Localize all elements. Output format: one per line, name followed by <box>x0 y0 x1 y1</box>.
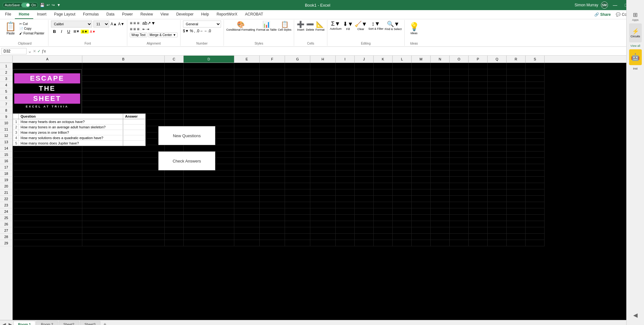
wrap-text-button[interactable]: Wrap Text <box>130 33 147 37</box>
question-text-4[interactable]: How many solutions does a quadratic equa… <box>19 135 123 140</box>
col-header-f[interactable]: F <box>260 56 285 63</box>
cell-reference-input[interactable] <box>1 48 27 54</box>
save-icon[interactable]: 💾 <box>40 3 45 7</box>
sheet-tab-room1[interactable]: Room 1 <box>13 321 35 325</box>
col-header-n[interactable]: N <box>431 56 450 63</box>
bold-button[interactable]: B <box>51 28 58 34</box>
minimize-button[interactable]: — <box>610 2 620 8</box>
autosave-toggle[interactable]: AutoSave On <box>3 2 38 8</box>
align-top-button[interactable]: ≡ <box>130 21 132 26</box>
accounting-button[interactable]: $▼ <box>183 29 189 33</box>
font-size-select[interactable]: 11 <box>93 21 109 28</box>
answer-cell-5[interactable] <box>123 141 145 146</box>
align-middle-button[interactable]: ≡ <box>133 21 136 26</box>
tab-file[interactable]: File <box>1 10 15 19</box>
insert-button[interactable]: ➕ Insert <box>297 21 305 31</box>
view-all-button[interactable]: View all <box>630 44 640 47</box>
borders-button[interactable]: ⊞▼ <box>73 29 80 34</box>
format-button[interactable]: 📐 Format <box>315 21 325 31</box>
orientation-button[interactable]: ab↗▼ <box>142 21 155 26</box>
formula-input[interactable] <box>47 49 638 53</box>
col-header-b[interactable]: B <box>82 56 165 63</box>
share-button[interactable]: 🔗Share <box>592 12 613 17</box>
increase-decimal-button[interactable]: .0→ <box>196 29 203 33</box>
conditional-formatting-button[interactable]: 🎨 Conditional Formatting <box>226 21 255 31</box>
paste-button[interactable]: 📋 Paste <box>4 21 17 36</box>
col-header-m[interactable]: M <box>412 56 431 63</box>
expand-formula-icon[interactable]: ⌄ <box>28 49 32 54</box>
sheet-tab-sheet2[interactable]: Sheet2 <box>59 321 79 325</box>
undo-icon[interactable]: ↩ <box>47 3 50 7</box>
increase-font-size-button[interactable]: A▲ <box>110 22 117 26</box>
scroll-sheets-left[interactable]: ◀ <box>1 322 7 325</box>
italic-button[interactable]: I <box>59 28 64 34</box>
col-header-g[interactable]: G <box>285 56 310 63</box>
col-header-i[interactable]: I <box>336 56 355 63</box>
answer-cell-3[interactable] <box>123 130 145 135</box>
format-as-table-button[interactable]: 📊 Format as Table <box>256 21 276 31</box>
user-avatar[interactable]: SM <box>601 2 608 9</box>
answer-cell-1[interactable] <box>123 119 145 124</box>
add-sheet-button[interactable]: + <box>101 321 109 325</box>
tab-power[interactable]: Power <box>118 10 136 19</box>
percent-button[interactable]: % <box>190 29 193 33</box>
tab-insert[interactable]: Insert <box>33 10 50 19</box>
question-text-1[interactable]: How many hearts does an octopus have? <box>19 119 123 124</box>
collapse-sidebar-button[interactable]: ◀ <box>633 312 638 319</box>
tab-data[interactable]: Data <box>103 10 118 19</box>
tab-page-layout[interactable]: Page Layout <box>50 10 79 19</box>
font-color-button[interactable]: A▼ <box>90 30 96 34</box>
circuits-panel-item[interactable]: ⚡ Circuits <box>629 23 642 42</box>
autosum-button[interactable]: Σ▼ AutoSum <box>330 21 342 30</box>
col-header-p[interactable]: P <box>469 56 488 63</box>
increase-indent-button[interactable]: ⇥ <box>146 27 149 31</box>
sheet-tab-room2[interactable]: Room 2 <box>36 321 58 325</box>
insert-function-icon[interactable]: ƒx <box>42 49 46 53</box>
tab-developer[interactable]: Developer <box>173 10 198 19</box>
tab-review[interactable]: Review <box>136 10 156 19</box>
tab-acrobat[interactable]: ACROBAT <box>241 10 267 19</box>
question-text-2[interactable]: How many bones in an average adult human… <box>19 125 123 130</box>
check-answers-button[interactable]: Check Answers <box>158 151 215 170</box>
clear-button[interactable]: 🧹▼ Clear <box>355 21 367 31</box>
col-header-s[interactable]: S <box>526 56 545 63</box>
fill-color-button[interactable]: A▼ <box>81 30 88 34</box>
underline-button[interactable]: U <box>65 28 72 34</box>
new-questions-button[interactable]: New Questions <box>158 126 215 145</box>
copy-button[interactable]: 📄Copy <box>18 27 46 31</box>
sheet-tab-sheet3[interactable]: Sheet3 <box>80 321 100 325</box>
answer-cell-4[interactable] <box>123 135 145 140</box>
sort-filter-button[interactable]: ↕▼ Sort & Filter <box>369 21 384 30</box>
align-left-button[interactable]: ≡ <box>130 27 132 32</box>
col-header-l[interactable]: L <box>393 56 412 63</box>
merge-center-button[interactable]: Merge & Center ▼ <box>148 33 178 37</box>
col-header-o[interactable]: O <box>450 56 469 63</box>
number-format-select[interactable]: General <box>183 21 221 28</box>
col-header-k[interactable]: K <box>374 56 393 63</box>
col-header-e[interactable]: E <box>234 56 260 63</box>
grid-area[interactable]: 1 2 3 4 5 6 7 8 9 10 11 12 13 14 15 16 1… <box>0 63 644 320</box>
col-header-a[interactable]: A <box>13 56 82 63</box>
col-header-j[interactable]: J <box>355 56 374 63</box>
tab-formulas[interactable]: Formulas <box>79 10 103 19</box>
find-select-button[interactable]: 🔍▼ Find & Select <box>385 21 402 31</box>
decrease-font-size-button[interactable]: A▼ <box>118 22 124 26</box>
font-family-select[interactable]: Calibri <box>51 21 92 28</box>
cut-button[interactable]: ✂Cut <box>18 22 46 26</box>
redo-icon[interactable]: ↪ <box>52 3 55 7</box>
col-header-c[interactable]: C <box>165 56 184 63</box>
question-text-5[interactable]: How many moons does Jupiter have? <box>19 141 123 146</box>
delete-button[interactable]: ➖ Delete <box>306 21 314 31</box>
decrease-indent-button[interactable]: ⇤ <box>142 27 145 31</box>
col-header-d[interactable]: D <box>184 56 234 63</box>
align-bottom-button[interactable]: ≡ <box>137 21 139 26</box>
cell-styles-button[interactable]: 📋 Cell Styles <box>278 21 292 31</box>
confirm-formula-icon[interactable]: ✓ <box>37 49 41 53</box>
tab-view[interactable]: View <box>157 10 173 19</box>
align-right-button[interactable]: ≡ <box>137 27 139 32</box>
tab-reportworx[interactable]: ReportWorX <box>213 10 241 19</box>
format-painter-button[interactable]: 🖌Format Painter <box>18 31 46 35</box>
quick-access-more[interactable]: ▼ <box>57 3 60 7</box>
decrease-decimal-button[interactable]: ←.0 <box>204 29 211 33</box>
fill-button[interactable]: ⬇▼ Fill <box>343 21 353 31</box>
